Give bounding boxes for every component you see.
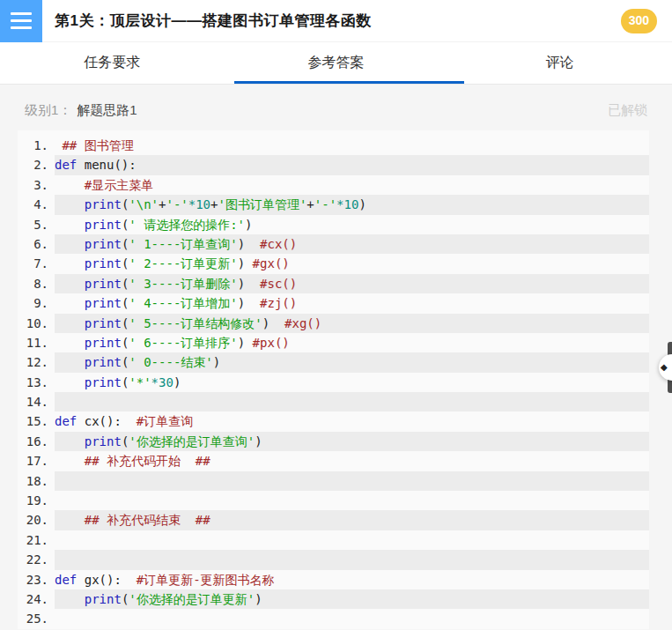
line-number: 11. (18, 333, 55, 352)
code-text (55, 609, 649, 628)
line-number: 6. (18, 234, 55, 254)
code-line: 18. (18, 471, 649, 491)
code-text: print('*'*30) (55, 373, 649, 392)
line-number: 9. (18, 293, 55, 313)
line-number: 23. (18, 570, 55, 589)
line-number: 2. (18, 155, 55, 174)
hamburger-menu-button[interactable] (0, 0, 42, 42)
code-line: 21. (18, 530, 649, 550)
tab-reference-answer[interactable]: 参考答案 (224, 42, 447, 84)
code-text: print('你选择的是订单更新') (55, 589, 649, 609)
code-text: print(' 0----结束') (55, 352, 649, 372)
tab-bar: 任务要求 参考答案 评论 (0, 42, 672, 85)
tab-comments[interactable]: 评论 (448, 42, 672, 84)
level-bar: 级别1：解题思路1 已解锁 (0, 85, 672, 130)
code-line: 17. ## 补充代码开始 ## (18, 451, 649, 471)
page-title: 第1关：顶层设计——搭建图书订单管理各函数 (55, 11, 372, 31)
code-text: ## 补充代码结束 ## (55, 510, 649, 530)
line-number: 5. (18, 215, 55, 234)
code-line: 2.def menu(): (18, 155, 649, 174)
score-badge: 300 (621, 9, 657, 33)
code-line: 22. (18, 550, 649, 569)
code-line: 19. (18, 491, 649, 510)
code-text (55, 491, 649, 510)
line-number: 24. (18, 589, 55, 609)
code-text: print(' 6----订单排序') #px() (55, 333, 649, 352)
hamburger-icon (11, 19, 32, 22)
code-line: 5. print(' 请选择您的操作:') (18, 215, 649, 234)
line-number: 20. (18, 510, 55, 530)
code-text: print(' 5----订单结构修改') #xg() (55, 314, 649, 333)
line-number: 14. (18, 392, 55, 411)
code-line: 10. print(' 5----订单结构修改') #xg() (18, 314, 649, 333)
code-line: 24. print('你选择的是订单更新') (18, 589, 649, 609)
code-text (55, 392, 649, 411)
line-number: 22. (18, 550, 55, 569)
code-line: 16. print('你选择的是订单查询') (18, 432, 649, 451)
line-number: 12. (18, 352, 55, 372)
code-text: print(' 2----订单更新') #gx() (55, 254, 649, 273)
code-text: #显示主菜单 (55, 175, 649, 195)
left-arrow-icon: ◆ (661, 362, 668, 372)
code-text: print(' 1----订单查询') #cx() (55, 234, 649, 254)
line-number: 25. (18, 609, 55, 628)
code-line: 25. (18, 609, 649, 628)
code-line: 1. ## 图书管理 (18, 136, 649, 155)
code-line: 7. print(' 2----订单更新') #gx() (18, 254, 649, 273)
level-label: 级别1： (25, 102, 71, 117)
line-number: 15. (18, 411, 55, 431)
code-text: ## 补充代码开始 ## (55, 451, 649, 471)
code-text: print('你选择的是订单查询') (55, 432, 649, 451)
code-line: 14. (18, 392, 649, 411)
code-text (55, 550, 649, 569)
code-line: 15.def cx(): #订单查询 (18, 411, 649, 431)
line-number: 7. (18, 254, 55, 273)
line-number: 3. (18, 175, 55, 195)
code-text: print(' 请选择您的操作:') (55, 215, 649, 234)
code-text: def gx(): #订单更新-更新图书名称 (55, 570, 649, 589)
code-text (55, 471, 649, 491)
line-number: 13. (18, 373, 55, 392)
code-text: ## 图书管理 (55, 136, 649, 155)
line-number: 10. (18, 314, 55, 333)
code-text: print(' 3----订单删除') #sc() (55, 274, 649, 293)
line-number: 19. (18, 491, 55, 510)
unlocked-status: 已解锁 (608, 102, 647, 119)
code-text: def menu(): (55, 155, 649, 174)
hamburger-icon (11, 26, 32, 29)
line-number: 17. (18, 451, 55, 471)
level-title: 解题思路1 (77, 102, 137, 117)
code-line: 8. print(' 3----订单删除') #sc() (18, 274, 649, 293)
code-text: print(' 4----订单增加') #zj() (55, 293, 649, 313)
code-line: 11. print(' 6----订单排序') #px() (18, 333, 649, 352)
code-text (55, 530, 649, 550)
code-line: 9. print(' 4----订单增加') #zj() (18, 293, 649, 313)
header: 第1关：顶层设计——搭建图书订单管理各函数 300 (0, 0, 672, 42)
tab-task-requirements[interactable]: 任务要求 (0, 42, 224, 84)
line-number: 16. (18, 432, 55, 451)
panel-collapse-button[interactable]: ◆ (659, 354, 672, 381)
line-number: 8. (18, 274, 55, 293)
hamburger-icon (11, 12, 32, 15)
code-line: 12. print(' 0----结束') (18, 352, 649, 372)
code-text: def cx(): #订单查询 (55, 411, 649, 431)
code-line: 20. ## 补充代码结束 ## (18, 510, 649, 530)
code-line: 23.def gx(): #订单更新-更新图书名称 (18, 570, 649, 589)
line-number: 1. (18, 136, 55, 155)
code-text: print('\n'+'-'*10+'图书订单管理'+'-'*10) (55, 195, 649, 214)
code-line: 3. #显示主菜单 (18, 175, 649, 195)
line-number: 18. (18, 471, 55, 491)
code-line: 13. print('*'*30) (18, 373, 649, 392)
line-number: 21. (18, 530, 55, 550)
line-number: 4. (18, 195, 55, 214)
code-line: 4. print('\n'+'-'*10+'图书订单管理'+'-'*10) (18, 195, 649, 214)
code-line: 6. print(' 1----订单查询') #cx() (18, 234, 649, 254)
code-block: 1. ## 图书管理2.def menu():3. #显示主菜单4. print… (18, 130, 649, 629)
